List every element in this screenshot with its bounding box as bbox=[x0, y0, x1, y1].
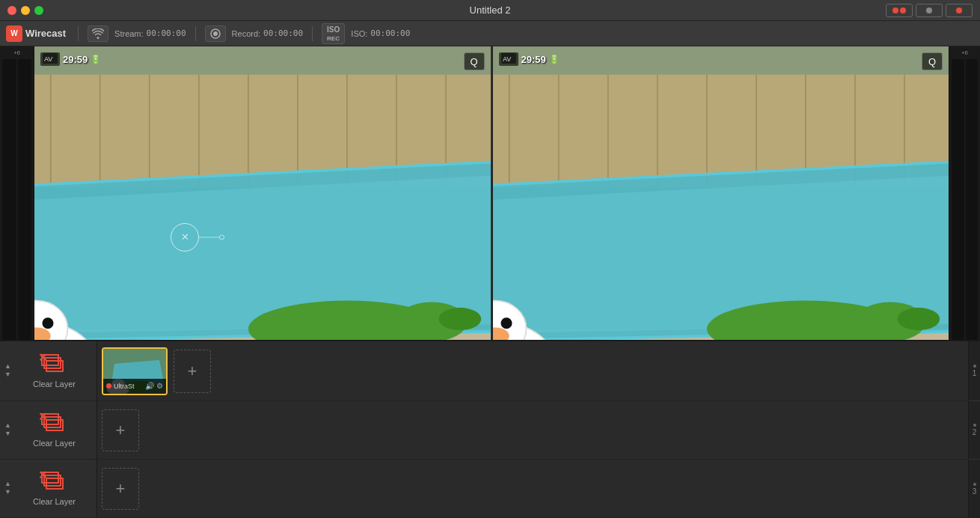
stream-label: Stream: bbox=[114, 29, 144, 38]
clear-layer-1-btn[interactable]: ✕ Clear Layer bbox=[33, 354, 76, 388]
layer-3-up-arrow[interactable]: ▲ bbox=[4, 480, 11, 489]
layer-1-arrows: ▲ ▼ bbox=[4, 362, 11, 380]
layer-1-number: 1 bbox=[973, 369, 977, 377]
clear-layer-2-btn[interactable]: ✕ Clear Layer bbox=[33, 413, 76, 448]
logo-text: Wirecast bbox=[25, 28, 66, 39]
clip-1-name: UltraSt bbox=[114, 383, 143, 390]
layer-2-down-arrow[interactable]: ▼ bbox=[4, 430, 11, 439]
add-clip-2-btn[interactable]: + bbox=[102, 409, 139, 451]
iso-time-group: ISO: 00:00:00 bbox=[351, 28, 410, 38]
layer-3-arrows: ▲ ▼ bbox=[4, 480, 11, 497]
layer-1-clear-label: Clear Layer bbox=[33, 380, 76, 388]
layer-2-up-arrow[interactable]: ▲ bbox=[4, 421, 11, 430]
iso-rec-label: REC bbox=[327, 35, 340, 42]
layer-1-dot bbox=[973, 365, 976, 368]
layer-1-down-arrow[interactable]: ▼ bbox=[4, 371, 11, 380]
svg-point-1 bbox=[213, 31, 218, 36]
win-btn-3[interactable] bbox=[946, 4, 973, 17]
layer-num-3: 3 bbox=[969, 460, 980, 518]
app-logo: W Wirecast bbox=[6, 25, 66, 42]
layer-2-number: 2 bbox=[973, 428, 977, 436]
stream-group: Stream: 00:00:00 bbox=[114, 28, 186, 38]
layer-3-content: + bbox=[97, 460, 968, 517]
minimize-button[interactable] bbox=[21, 6, 30, 15]
vu-db-plus6: +6 bbox=[2, 49, 31, 56]
layer-2-arrows: ▲ ▼ bbox=[4, 421, 11, 439]
layer-2-dot bbox=[973, 424, 976, 427]
toolbar: W Wirecast Stream: 00:00:00 Record: 00:0… bbox=[0, 21, 980, 46]
layer-numbers-panel: 1 2 3 bbox=[968, 341, 980, 518]
layer-2-content: + bbox=[97, 401, 968, 459]
toolbar-divider-3 bbox=[312, 26, 313, 41]
layers-container: ▲ ▼ ✕ Clear Layer bbox=[0, 341, 968, 518]
layer-num-2: 2 bbox=[969, 401, 980, 460]
title-bar: Untitled 2 bbox=[0, 0, 980, 21]
layer-3-number: 3 bbox=[973, 487, 977, 496]
layer-3-clear-label: Clear Layer bbox=[33, 497, 76, 506]
clip-record-dot bbox=[106, 383, 111, 388]
clip-item-1[interactable]: UltraSt 🔊 ⚙ bbox=[102, 347, 168, 395]
layer-2-clear-label: Clear Layer bbox=[33, 439, 76, 448]
layer-2-controls: ▲ ▼ ✕ Clear Layer bbox=[0, 401, 97, 459]
iso-time-label: ISO: bbox=[351, 29, 367, 38]
toolbar-divider-1 bbox=[78, 26, 79, 41]
svg-point-71 bbox=[897, 308, 940, 330]
layer-x-icon: ✕ bbox=[38, 351, 48, 365]
rvu-db-plus6: +6 bbox=[952, 49, 978, 56]
layer-3-stack-icon: ✕ bbox=[41, 472, 67, 494]
iso-button[interactable]: ISO REC bbox=[322, 23, 345, 44]
iso-label: ISO bbox=[327, 25, 340, 34]
record-time: 00:00:00 bbox=[263, 28, 303, 38]
win-btn-1[interactable] bbox=[886, 4, 913, 17]
clip-1-bottom-bar: UltraSt 🔊 ⚙ bbox=[103, 379, 166, 394]
layer-3-x-icon: ✕ bbox=[38, 469, 48, 482]
layer-1-content: UltraSt 🔊 ⚙ + bbox=[97, 341, 968, 400]
add-clip-3-btn[interactable]: + bbox=[102, 468, 139, 510]
close-button[interactable] bbox=[7, 6, 16, 15]
layer-row-3: ▲ ▼ ✕ Clear Layer + bbox=[0, 460, 968, 518]
maximize-button[interactable] bbox=[34, 6, 43, 15]
layers-panel: ▲ ▼ ✕ Clear Layer bbox=[0, 340, 980, 518]
clip-1-gear-icon: ⚙ bbox=[156, 382, 163, 390]
record-label: Record: bbox=[232, 29, 261, 38]
layer-2-x-icon: ✕ bbox=[38, 410, 48, 424]
layer-row-2: ▲ ▼ ✕ Clear Layer + bbox=[0, 401, 968, 460]
layer-3-controls: ▲ ▼ ✕ Clear Layer bbox=[0, 460, 97, 517]
layer-2-stack-icon: ✕ bbox=[41, 413, 67, 436]
window-controls bbox=[886, 4, 973, 17]
toolbar-divider-2 bbox=[195, 26, 196, 41]
layer-row-1: ▲ ▼ ✕ Clear Layer bbox=[0, 341, 968, 401]
window-title: Untitled 2 bbox=[470, 4, 511, 16]
clear-layer-3-btn[interactable]: ✕ Clear Layer bbox=[33, 472, 76, 506]
record-group: Record: 00:00:00 bbox=[232, 28, 304, 38]
layer-3-down-arrow[interactable]: ▼ bbox=[4, 489, 11, 498]
wifi-button[interactable] bbox=[88, 25, 108, 42]
iso-time: 00:00:00 bbox=[370, 28, 410, 38]
layer-num-1: 1 bbox=[969, 341, 980, 401]
traffic-lights bbox=[7, 6, 43, 15]
logo-icon: W bbox=[6, 25, 22, 42]
layer-3-dot bbox=[973, 483, 976, 486]
svg-point-67 bbox=[500, 317, 512, 329]
svg-point-32 bbox=[439, 308, 482, 330]
add-clip-1-btn[interactable]: + bbox=[174, 350, 211, 393]
layer-1-controls: ▲ ▼ ✕ Clear Layer bbox=[0, 341, 97, 400]
record-button[interactable] bbox=[205, 25, 226, 42]
svg-point-28 bbox=[42, 317, 53, 329]
clip-1-speaker-icon: 🔊 bbox=[145, 382, 154, 390]
layer-1-up-arrow[interactable]: ▲ bbox=[4, 362, 11, 371]
layer-1-stack-icon: ✕ bbox=[41, 354, 67, 377]
stream-time: 00:00:00 bbox=[147, 28, 186, 38]
win-btn-2[interactable] bbox=[916, 4, 943, 17]
